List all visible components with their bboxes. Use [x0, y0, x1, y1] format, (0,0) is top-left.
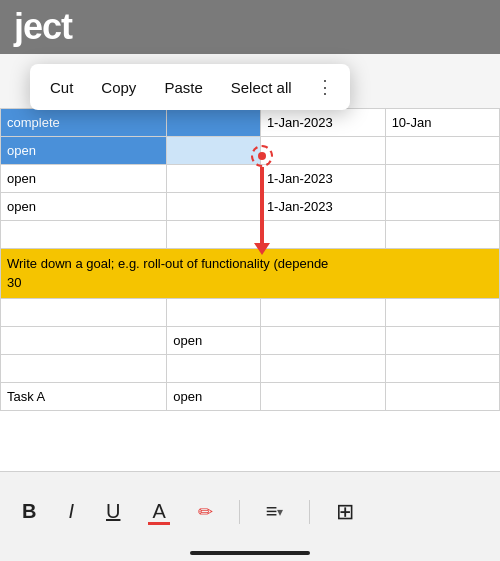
cell-b8[interactable]: open — [167, 327, 261, 355]
cell-a7[interactable] — [1, 299, 167, 327]
underline-button[interactable]: U — [100, 496, 126, 527]
cell-d2[interactable] — [385, 137, 499, 165]
app-header: ject — [0, 0, 500, 54]
align-button[interactable]: ≡ ▾ — [260, 496, 290, 527]
cell-c9[interactable] — [260, 355, 385, 383]
page-title: ject — [14, 6, 72, 48]
cell-d3[interactable] — [385, 165, 499, 193]
spreadsheet-area: complete 1-Jan-2023 10-Jan open open 1-J… — [0, 108, 500, 471]
toolbar-buttons: B I U A ✏ ≡ ▾ ⊞ — [0, 472, 500, 551]
cell-c8[interactable] — [260, 327, 385, 355]
align-chevron-icon: ▾ — [277, 505, 283, 519]
cell-c7[interactable] — [260, 299, 385, 327]
cell-d8[interactable] — [385, 327, 499, 355]
table-row[interactable]: open — [1, 327, 500, 355]
spreadsheet-table: complete 1-Jan-2023 10-Jan open open 1-J… — [0, 108, 500, 411]
toolbar-divider — [239, 500, 240, 524]
cell-b2[interactable] — [167, 137, 261, 165]
cell-c5[interactable] — [260, 221, 385, 249]
table-row[interactable]: complete 1-Jan-2023 10-Jan — [1, 109, 500, 137]
cell-d4[interactable] — [385, 193, 499, 221]
italic-button[interactable]: I — [62, 496, 80, 527]
cell-b9[interactable] — [167, 355, 261, 383]
cell-c1[interactable]: 1-Jan-2023 — [260, 109, 385, 137]
cell-a9[interactable] — [1, 355, 167, 383]
cell-d7[interactable] — [385, 299, 499, 327]
cell-c2[interactable] — [260, 137, 385, 165]
table-row[interactable] — [1, 221, 500, 249]
select-all-menu-item[interactable]: Select all — [217, 73, 306, 102]
table-row[interactable]: Task A open — [1, 383, 500, 411]
cell-c10[interactable] — [260, 383, 385, 411]
cell-a5[interactable] — [1, 221, 167, 249]
table-row[interactable] — [1, 299, 500, 327]
cell-d1[interactable]: 10-Jan — [385, 109, 499, 137]
cell-d9[interactable] — [385, 355, 499, 383]
cell-a2[interactable]: open — [1, 137, 167, 165]
hint-row: Write down a goal; e.g. roll-out of func… — [1, 249, 500, 299]
cell-b1[interactable] — [167, 109, 261, 137]
cell-b5[interactable] — [167, 221, 261, 249]
cell-b3[interactable] — [167, 165, 261, 193]
context-menu: Cut Copy Paste Select all ⋮ — [30, 64, 350, 110]
bold-button[interactable]: B — [16, 496, 42, 527]
cell-b10[interactable]: open — [167, 383, 261, 411]
table-row[interactable]: open 1-Jan-2023 — [1, 193, 500, 221]
copy-menu-item[interactable]: Copy — [87, 73, 150, 102]
toolbar-divider-2 — [309, 500, 310, 524]
bottom-toolbar: B I U A ✏ ≡ ▾ ⊞ — [0, 471, 500, 561]
cell-b7[interactable] — [167, 299, 261, 327]
paste-menu-item[interactable]: Paste — [150, 73, 216, 102]
more-options-icon[interactable]: ⋮ — [306, 70, 344, 104]
cell-a10[interactable]: Task A — [1, 383, 167, 411]
cell-d5[interactable] — [385, 221, 499, 249]
cell-d10[interactable] — [385, 383, 499, 411]
cell-a1[interactable]: complete — [1, 109, 167, 137]
hint-text: Write down a goal; e.g. roll-out of func… — [1, 249, 500, 299]
cell-a8[interactable] — [1, 327, 167, 355]
cell-c3[interactable]: 1-Jan-2023 — [260, 165, 385, 193]
home-indicator — [190, 551, 310, 555]
insert-button[interactable]: ⊞ — [330, 495, 360, 529]
pencil-button[interactable]: ✏ — [192, 497, 219, 527]
cell-a3[interactable]: open — [1, 165, 167, 193]
cell-b4[interactable] — [167, 193, 261, 221]
font-color-button[interactable]: A — [146, 496, 171, 527]
table-row[interactable]: open 1-Jan-2023 — [1, 165, 500, 193]
cell-a4[interactable]: open — [1, 193, 167, 221]
cell-c4[interactable]: 1-Jan-2023 — [260, 193, 385, 221]
cut-menu-item[interactable]: Cut — [36, 73, 87, 102]
table-row[interactable] — [1, 355, 500, 383]
table-row[interactable]: open — [1, 137, 500, 165]
